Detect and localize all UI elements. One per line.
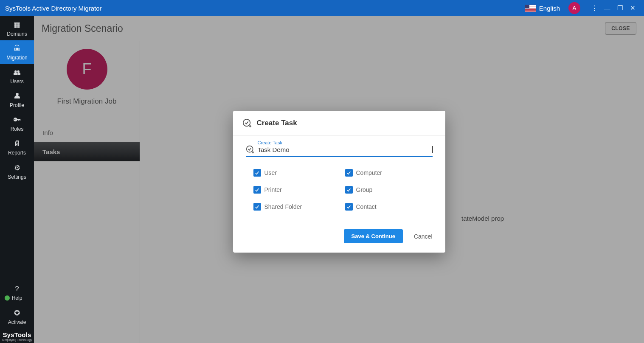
option-printer[interactable]: Printer bbox=[253, 186, 341, 194]
option-computer[interactable]: Computer bbox=[345, 169, 433, 177]
checkbox-icon bbox=[253, 186, 261, 194]
app-title: SysTools Active Directory Migrator bbox=[5, 5, 102, 12]
migration-icon: 🏛︎ bbox=[14, 45, 21, 53]
checkbox-icon bbox=[253, 169, 261, 177]
sidebar-item-help[interactable]: ?Help bbox=[0, 281, 34, 304]
save-continue-button[interactable]: Save & Continue bbox=[344, 229, 403, 243]
main-area: Migration Scenario CLOSE F First Migrati… bbox=[34, 16, 644, 343]
users-icon: 👥︎ bbox=[14, 68, 21, 77]
checkbox-icon bbox=[345, 203, 353, 211]
checkbox-icon bbox=[345, 169, 353, 177]
svg-point-0 bbox=[243, 119, 250, 127]
svg-point-3 bbox=[246, 146, 253, 152]
sidebar: ▦Domains 🏛︎Migration 👥︎Users 👤︎Profile 🔑… bbox=[0, 16, 34, 343]
flag-icon bbox=[525, 5, 536, 12]
activate-icon: ✪ bbox=[14, 309, 20, 318]
user-avatar[interactable]: A bbox=[568, 2, 580, 14]
close-icon[interactable]: ✕ bbox=[626, 4, 639, 12]
sidebar-item-reports[interactable]: 📄︎Reports bbox=[0, 135, 34, 159]
task-check-icon bbox=[246, 145, 254, 154]
task-name-input[interactable] bbox=[258, 146, 430, 153]
cancel-button[interactable]: Cancel bbox=[414, 233, 433, 240]
option-group[interactable]: Group bbox=[345, 186, 433, 194]
sidebar-item-activate[interactable]: ✪Activate bbox=[0, 304, 34, 329]
sidebar-item-roles[interactable]: 🔑︎Roles bbox=[0, 112, 34, 135]
option-user[interactable]: User bbox=[253, 169, 341, 177]
field-label: Create Task bbox=[258, 140, 283, 145]
roles-icon: 🔑︎ bbox=[14, 116, 21, 124]
maximize-icon[interactable]: ❐ bbox=[613, 4, 626, 12]
option-shared-folder[interactable]: Shared Folder bbox=[253, 203, 341, 211]
task-check-icon bbox=[242, 118, 252, 128]
create-task-modal: Create Task Create Task User Computer Pr… bbox=[233, 111, 445, 253]
task-name-field: Create Task bbox=[246, 145, 433, 157]
gear-icon: ⚙ bbox=[14, 163, 20, 172]
language-selector[interactable]: English bbox=[539, 5, 560, 12]
domains-icon: ▦ bbox=[14, 20, 20, 29]
task-options: User Computer Printer Group Shared Folde… bbox=[246, 169, 433, 211]
reports-icon: 📄︎ bbox=[14, 140, 21, 148]
modal-footer: Save & Continue Cancel bbox=[233, 229, 445, 253]
status-dot-icon bbox=[4, 295, 10, 301]
checkbox-icon bbox=[253, 203, 261, 211]
help-icon: ? bbox=[15, 285, 19, 293]
checkbox-icon bbox=[345, 186, 353, 194]
sidebar-item-migration[interactable]: 🏛︎Migration bbox=[0, 40, 34, 64]
option-contact[interactable]: Contact bbox=[345, 203, 433, 211]
profile-icon: 👤︎ bbox=[14, 92, 21, 101]
sidebar-item-domains[interactable]: ▦Domains bbox=[0, 16, 34, 40]
modal-title: Create Task bbox=[257, 119, 297, 127]
titlebar: SysTools Active Directory Migrator Engli… bbox=[0, 0, 644, 16]
more-icon[interactable]: ⋮ bbox=[588, 4, 601, 12]
sidebar-item-settings[interactable]: ⚙Settings bbox=[0, 159, 34, 183]
modal-overlay: Create Task Create Task User Computer Pr… bbox=[34, 16, 644, 343]
modal-header: Create Task bbox=[233, 111, 445, 136]
minimize-icon[interactable]: — bbox=[601, 5, 613, 12]
sidebar-item-users[interactable]: 👥︎Users bbox=[0, 64, 34, 88]
sidebar-item-profile[interactable]: 👤︎Profile bbox=[0, 88, 34, 112]
brand-logo: SysToolsSimplifying Technology bbox=[0, 329, 34, 343]
